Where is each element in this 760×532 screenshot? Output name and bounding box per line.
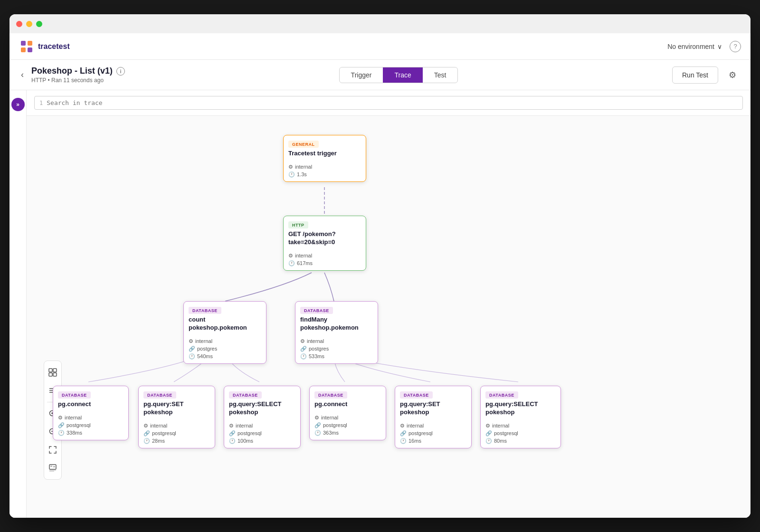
node-findmany-pokemon[interactable]: DATABASE findManypokeshop.pokemon ⚙ inte… [295,301,378,364]
node-badge-db: DATABASE [189,307,221,314]
node-http-get-pokemon[interactable]: HTTP GET /pokemon?take=20&skip=0 ⚙ inter… [283,216,366,271]
minimap-button[interactable] [45,460,60,475]
page-info: Pokeshop - List (v1) i HTTP • Ran 11 sec… [31,66,125,84]
node-body: ⚙ internal 🕐 617ms [284,249,366,270]
node-header: GENERAL Tracetest trigger [284,135,366,161]
node-tracetest-trigger[interactable]: GENERAL Tracetest trigger ⚙ internal 🕐 [283,135,366,182]
node-meta-time: 🕐 16ms [400,438,466,444]
node-badge-db: DATABASE [300,307,333,314]
node-pg-query-select-2[interactable]: DATABASE pg.query:SELECT pokeshop ⚙ inte… [480,386,561,448]
svg-rect-0 [21,41,26,46]
page-subtitle: HTTP • Ran 11 seconds ago [31,77,125,84]
node-meta-internal: ⚙ internal [143,423,210,429]
node-pg-connect-2[interactable]: DATABASE pg.connect ⚙ internal 🔗 [309,386,386,440]
app-window: tracetest No environment ∨ ? ‹ Pokeshop … [10,14,750,518]
node-meta-time: 🕐 80ms [485,438,556,444]
grid-view-button[interactable] [45,365,60,380]
node-badge-http: HTTP [288,221,308,228]
clock-icon: 🕐 [400,438,407,444]
tab-group: Trigger Trace Test [339,67,458,83]
node-meta-db: 🔗 postgres [189,346,261,352]
node-header: DATABASE pg.query:SELECT pokeshop [224,386,300,419]
node-pg-query-set-2[interactable]: DATABASE pg.query:SET pokeshop ⚙ interna… [395,386,472,448]
trace-content: 1 [27,90,750,518]
node-body: ⚙ internal 🔗 postgresql 🕐 338ms [53,411,128,440]
node-meta-time: 🕐 617ms [288,260,361,266]
node-meta-internal: ⚙ internal [485,423,556,429]
node-body: ⚙ internal 🔗 postgresql 🕐 363ms [310,411,386,440]
node-meta-internal: ⚙ internal [300,338,373,344]
node-meta-db: 🔗 postgresql [485,430,556,437]
clock-icon: 🕐 [58,430,65,436]
svg-rect-21 [53,466,55,467]
clock-icon: 🕐 [229,438,236,444]
node-badge-db: DATABASE [58,391,91,399]
close-dot[interactable] [16,21,22,27]
node-body: ⚙ internal 🔗 postgresql 🕐 16ms [395,419,471,448]
search-input[interactable] [47,99,738,106]
svg-rect-1 [28,41,32,46]
node-body: ⚙ internal 🕐 1.3s [284,161,366,181]
main-area: » 1 [10,90,750,518]
help-button[interactable]: ? [730,41,741,52]
node-badge-db: DATABASE [314,391,347,399]
clock-icon: 🕐 [288,260,295,266]
node-meta-db: 🔗 postgresql [58,422,124,428]
maximize-dot[interactable] [36,21,42,27]
node-body: ⚙ internal 🔗 postgresql 🕐 100ms [224,419,300,448]
node-badge-db: DATABASE [485,391,518,399]
svg-rect-2 [21,48,26,52]
node-badge-db: DATABASE [143,391,176,399]
node-title: pg.connect [58,400,124,408]
search-bar: 1 [27,90,750,116]
node-header: DATABASE pg.query:SELECT pokeshop [481,386,560,419]
node-meta-internal: ⚙ internal [58,415,124,421]
node-meta-time: 🕐 533ms [300,353,373,360]
node-pg-query-set-1[interactable]: DATABASE pg.query:SET pokeshop ⚙ interna… [138,386,215,448]
node-body: ⚙ internal 🔗 postgres 🕐 533ms [295,335,378,363]
node-body: ⚙ internal 🔗 postgresql 🕐 28ms [139,419,215,448]
node-meta-time: 🕐 363ms [314,430,381,436]
node-pg-query-select-1[interactable]: DATABASE pg.query:SELECT pokeshop ⚙ inte… [224,386,301,448]
run-test-button[interactable]: Run Test [672,66,718,84]
node-meta-db: 🔗 postgresql [314,422,381,428]
tab-trace[interactable]: Trace [383,67,422,83]
logo-area: tracetest [19,39,70,54]
node-meta-internal: ⚙ internal [314,415,381,421]
svg-rect-6 [53,369,57,372]
info-label: i [120,68,122,74]
sidebar-toggle-button[interactable]: » [11,98,25,111]
sub-header: ‹ Pokeshop - List (v1) i HTTP • Ran 11 s… [10,60,750,90]
tab-trigger[interactable]: Trigger [340,67,383,83]
link-icon: 🔗 [143,430,150,437]
navbar: tracetest No environment ∨ ? [10,33,750,60]
graph-area[interactable]: GENERAL Tracetest trigger ⚙ internal 🕐 [27,116,750,518]
node-title: pg.query:SET pokeshop [143,400,210,417]
gear-icon: ⚙ [229,423,234,429]
clock-icon: 🕐 [314,430,321,436]
gear-icon: ⚙ [300,338,305,344]
fit-view-button[interactable] [45,442,60,457]
node-body: ⚙ internal 🔗 postgres 🕐 540ms [184,335,266,363]
minimize-dot[interactable] [26,21,32,27]
tab-test[interactable]: Test [423,67,458,83]
node-meta-time: 🕐 1.3s [288,171,361,178]
env-selector[interactable]: No environment ∨ [667,43,722,50]
svg-rect-5 [49,369,52,372]
node-header: DATABASE pg.connect [310,386,386,411]
gear-icon: ⚙ [143,423,148,429]
info-icon[interactable]: i [116,67,125,76]
node-header: DATABASE findManypokeshop.pokemon [295,302,378,335]
back-button[interactable]: ‹ [19,68,26,82]
node-badge-db: DATABASE [229,391,262,399]
node-meta-db: 🔗 postgresql [229,430,295,437]
node-count-pokemon[interactable]: DATABASE count pokeshop.pokemon ⚙ intern… [183,301,266,364]
node-meta-db: 🔗 postgres [300,346,373,352]
node-pg-connect-1[interactable]: DATABASE pg.connect ⚙ internal 🔗 [53,386,129,440]
settings-button[interactable]: ⚙ [724,66,741,84]
node-meta-time: 🕐 100ms [229,438,295,444]
env-label: No environment [667,43,714,50]
node-meta-time: 🕐 540ms [189,353,261,360]
node-header: DATABASE pg.connect [53,386,128,411]
node-meta-db: 🔗 postgresql [400,430,466,437]
